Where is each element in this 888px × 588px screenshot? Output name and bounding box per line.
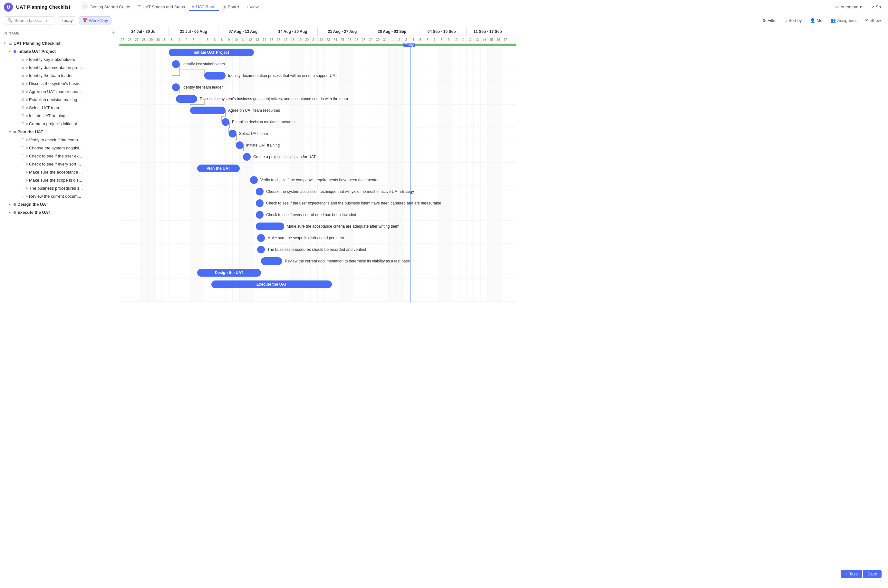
gantt-col <box>233 220 240 232</box>
nav-tab-board[interactable]: ⊞Board <box>219 3 242 10</box>
gantt-milestone[interactable] <box>257 234 265 242</box>
sidebar-add-button[interactable]: + <box>111 30 115 36</box>
gantt-col <box>282 47 289 58</box>
nav-tab-getting-started-guide[interactable]: 📄Getting Started Guide <box>80 3 134 10</box>
nav-tab-uat-gantt[interactable]: ≡UAT Gantt <box>189 3 219 11</box>
gantt-col <box>261 163 268 174</box>
sidebar-item-task5[interactable]: ☰Agree on UAT team resour... <box>0 88 119 96</box>
sidebar-item-task14[interactable]: ☰Make sure the acceptance ... <box>0 168 119 176</box>
sidebar-item-task2[interactable]: ☰Identify documentation pro... <box>0 63 119 72</box>
gantt-milestone[interactable] <box>256 200 264 207</box>
gantt-col <box>325 58 332 69</box>
gantt-col <box>353 140 360 151</box>
gantt-col <box>140 81 147 93</box>
sidebar-item-task17[interactable]: ☰Review the current docum... <box>0 192 119 200</box>
gantt-col <box>176 255 183 267</box>
gantt-col <box>183 197 190 208</box>
save-button[interactable]: Save <box>863 570 882 578</box>
gantt-milestone[interactable] <box>229 130 236 138</box>
sidebar-item-task1[interactable]: ☰Identify key stakeholders <box>0 56 119 63</box>
gantt-milestone[interactable] <box>172 83 180 91</box>
sidebar-item-task8[interactable]: ☰Initiate UAT training <box>0 112 119 120</box>
sort-button[interactable]: ↕ Sort by <box>782 17 805 24</box>
gantt-bar[interactable] <box>261 257 282 265</box>
gantt-col <box>396 116 403 128</box>
gantt-col <box>162 197 169 208</box>
gantt-bar[interactable] <box>204 72 225 80</box>
sidebar-item-task6[interactable]: ☰Establish decision making ... <box>0 96 119 104</box>
gantt-milestone[interactable] <box>250 176 258 184</box>
gantt-bar[interactable]: Initiate UAT Project <box>169 49 254 56</box>
filter-button[interactable]: ⚙ Filter <box>759 17 780 24</box>
gantt-col <box>147 105 155 116</box>
gantt-bar[interactable] <box>256 222 284 230</box>
gantt-col <box>233 232 240 243</box>
sidebar-item-root[interactable]: ▾☰UAT Planning Checklist <box>0 39 119 47</box>
gantt-milestone[interactable] <box>222 118 230 126</box>
sidebar-item-execute[interactable]: ▸Execute the UAT <box>0 208 119 216</box>
today-button[interactable]: Today <box>58 16 77 24</box>
gantt-milestone[interactable] <box>172 60 180 68</box>
gantt-day: 6 <box>211 36 218 43</box>
gantt-col <box>204 116 211 128</box>
list-icon: ☰ <box>8 41 12 46</box>
me-button[interactable]: 👤 Me <box>807 17 825 24</box>
gantt-col <box>502 255 509 267</box>
gantt-milestone[interactable] <box>257 246 265 254</box>
gantt-col <box>502 70 509 81</box>
share-button[interactable]: ↗ Sh <box>868 3 884 10</box>
sidebar-item-task13[interactable]: ☰Check to see if every sort ... <box>0 160 119 168</box>
toolbar: 🔍 Search tasks... ▾ Today 📅 Week/Day ⚙ F… <box>0 14 888 27</box>
gantt-col <box>183 209 190 220</box>
gantt-day: 9 <box>445 36 452 43</box>
gantt-col <box>169 279 176 290</box>
gantt-col <box>261 81 268 93</box>
sidebar-item-task4[interactable]: ☰Discuss the system's busin... <box>0 80 119 88</box>
gantt-bar[interactable]: Plan the UAT <box>197 165 240 172</box>
sidebar-item-task7[interactable]: ☰Select UAT team <box>0 104 119 112</box>
tree-item-label: Design the UAT <box>17 202 48 207</box>
gantt-col <box>218 197 225 208</box>
gantt-bar[interactable]: Execute the UAT <box>211 280 332 288</box>
automate-button[interactable]: ⚙ Automate ▾ <box>832 3 865 10</box>
sidebar-collapse-icon[interactable]: ◁ <box>4 31 7 35</box>
gantt-col <box>488 186 495 197</box>
gantt-bar-container: Establish decision making structures <box>222 118 294 126</box>
sidebar-item-plan[interactable]: ▾Plan the UAT <box>0 128 119 136</box>
gantt-area[interactable]: 24 Jul - 30 Jul31 Jul - 06 Aug07 Aug - 1… <box>119 27 888 588</box>
sidebar-item-task9[interactable]: ☰Create a project's initial pl... <box>0 120 119 128</box>
gantt-milestone[interactable] <box>256 188 264 195</box>
show-button[interactable]: 👁 Show <box>862 17 884 24</box>
sidebar-item-task11[interactable]: ☰Choose the system acquisi... <box>0 144 119 152</box>
gantt-milestone[interactable] <box>236 141 243 149</box>
gantt-bar[interactable] <box>176 95 197 103</box>
gantt-col <box>424 105 431 116</box>
sidebar-item-task10[interactable]: ☰Verify to check if the comp... <box>0 136 119 144</box>
gantt-col <box>254 58 261 69</box>
task-button[interactable]: + Task <box>841 570 862 578</box>
sidebar-item-task12[interactable]: ☰Check to see if the user ex... <box>0 152 119 160</box>
search-box[interactable]: 🔍 Search tasks... ▾ <box>4 16 56 24</box>
gantt-col <box>452 279 460 290</box>
sidebar-item-task3[interactable]: ☰Identify the team leader <box>0 72 119 80</box>
gantt-col <box>374 163 382 174</box>
gantt-milestone[interactable] <box>256 211 264 219</box>
sidebar-item-task15[interactable]: ☰Make sure the scope is dis... <box>0 176 119 184</box>
gantt-milestone[interactable] <box>243 153 251 160</box>
gantt-body: TodayInitiate UAT ProjectIdentify key st… <box>119 44 516 302</box>
gantt-col <box>474 93 481 104</box>
nav-tab-+-view[interactable]: + View <box>243 3 261 10</box>
gantt-col <box>445 47 452 58</box>
gantt-col <box>218 140 225 151</box>
gantt-bar[interactable]: Design the UAT <box>197 269 261 277</box>
gantt-bar[interactable] <box>190 106 225 114</box>
sidebar-item-task16[interactable]: ☰The business procedures s... <box>0 184 119 192</box>
week-day-button[interactable]: 📅 Week/Day <box>79 16 112 24</box>
nav-tab-label: UAT Gantt <box>196 4 215 9</box>
gantt-col <box>495 279 502 290</box>
sidebar-item-initiate[interactable]: ▾Initiate UAT Project <box>0 47 119 56</box>
assignees-button[interactable]: 👥 Assignees <box>828 17 859 24</box>
nav-tab-uat-stages-and-steps[interactable]: ☰UAT Stages and Steps <box>134 3 188 10</box>
gantt-col <box>445 93 452 104</box>
sidebar-item-design[interactable]: ▸Design the UAT <box>0 200 119 208</box>
